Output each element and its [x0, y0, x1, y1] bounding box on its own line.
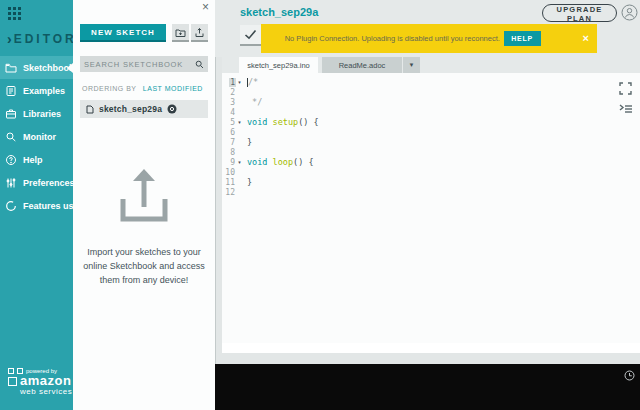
search-box [80, 56, 208, 72]
line-number: 3 [229, 98, 236, 107]
sidebar-item-features-usage[interactable]: Features usage [0, 194, 73, 217]
import-hint: Import your sketches to your online Sket… [73, 163, 215, 287]
ordering-label: ORDERING BY [82, 85, 136, 92]
search-icon[interactable] [195, 60, 204, 69]
help-button[interactable]: HELP [504, 31, 541, 46]
ordering-value[interactable]: LAST MODIFIED [143, 85, 203, 92]
profile-icon[interactable] [621, 4, 638, 21]
search-input[interactable] [80, 60, 195, 69]
sketch-item-name: sketch_sep29a [99, 104, 162, 114]
code-token: /* [248, 77, 258, 87]
folder-icon [5, 62, 17, 74]
line-number: 6 [229, 128, 236, 137]
code-token: () { [298, 117, 318, 127]
line-number: 10 [224, 168, 236, 177]
import-text-line: them from any device! [73, 273, 215, 287]
line-number: 12 [224, 188, 236, 197]
sketch-list-item[interactable]: sketch_sep29a [80, 100, 208, 118]
sketch-options-icon[interactable] [167, 104, 177, 114]
sidebar: › EDITOR Sketchbook Examples Libraries M… [0, 0, 73, 410]
file-icon [86, 105, 94, 114]
sidebar-item-label: Preferences [23, 178, 75, 188]
sidebar-item-monitor[interactable]: Monitor [0, 125, 73, 148]
fold-toggle-icon[interactable]: ▾ [236, 119, 243, 125]
fold-toggle-icon[interactable]: ▾ [236, 159, 243, 165]
panel-resize-handle[interactable] [215, 57, 222, 364]
sidebar-item-preferences[interactable]: Preferences [0, 171, 73, 194]
sidebar-item-label: Monitor [23, 132, 56, 142]
import-text-line: Import your sketches to your [73, 245, 215, 259]
code-token: */ [247, 97, 262, 107]
upload-icon [194, 27, 205, 38]
question-icon [5, 154, 17, 166]
code-editor: 1▾ 2 3 4 5▾ 6 7 8 9▾ 10 11 12 /* */ void… [222, 73, 640, 343]
code-text-area[interactable]: /* */ void setup() { } void loop() { } [247, 77, 610, 197]
verify-button[interactable] [240, 25, 261, 46]
sidebar-item-help[interactable]: Help [0, 148, 73, 171]
editor-scrollbar-track[interactable] [222, 343, 640, 353]
line-number: 1 [229, 78, 236, 87]
aws-brand: amazon [20, 375, 71, 387]
magnifier-icon [5, 131, 17, 143]
import-text-line: online Sketchbook and access [73, 259, 215, 273]
tab-sketch-ino[interactable]: sketch_sep29a.ino [239, 57, 318, 73]
console-divider [222, 353, 640, 364]
code-token: setup [273, 117, 299, 127]
logo-text: EDITOR [14, 32, 77, 46]
new-sketch-button[interactable]: NEW SKETCH [80, 24, 166, 42]
editor-tools [619, 82, 633, 115]
aws-logo: powered by amazon web services [8, 368, 72, 396]
tab-dropdown-icon[interactable]: ▼ [403, 57, 420, 73]
code-token: () { [293, 157, 313, 167]
fullscreen-icon[interactable] [619, 82, 632, 95]
main-area: sketch_sep29a UPGRADE PLAN No Plugin Con… [215, 0, 640, 410]
line-number: 9 [229, 158, 236, 167]
sketch-title: sketch_sep29a [240, 6, 318, 18]
new-folder-button[interactable] [172, 24, 189, 42]
code-token: void [247, 157, 273, 167]
upgrade-plan-button[interactable]: UPGRADE PLAN [542, 4, 617, 22]
aws-cube-icon [8, 377, 17, 386]
line-number: 5 [229, 118, 236, 127]
import-upload-icon [118, 163, 170, 225]
fold-toggle-icon[interactable]: ▾ [236, 79, 243, 85]
sidebar-item-sketchbook[interactable]: Sketchbook [0, 56, 73, 79]
panel-close-icon[interactable]: × [202, 0, 209, 14]
editor-logo: › EDITOR [7, 31, 77, 47]
ordering-row: ORDERING BY LAST MODIFIED [82, 85, 203, 92]
apps-menu-icon[interactable] [8, 7, 23, 22]
sidebar-nav: Sketchbook Examples Libraries Monitor He… [0, 56, 73, 217]
line-number: 8 [229, 148, 236, 157]
line-number: 2 [229, 88, 236, 97]
sidebar-item-label: Libraries [23, 109, 61, 119]
sidebar-item-libraries[interactable]: Libraries [0, 102, 73, 125]
check-icon [244, 29, 257, 40]
sketchbook-panel: × NEW SKETCH ORDERING BY LAST MODIFIED s… [73, 0, 215, 410]
editor-tabs: sketch_sep29a.ino ReadMe.adoc ▼ [215, 57, 640, 73]
arduino-web-editor: › EDITOR Sketchbook Examples Libraries M… [0, 0, 640, 410]
aws-sub: web services [20, 387, 72, 396]
book-icon [5, 85, 17, 97]
usage-ring-icon [5, 200, 17, 212]
editor-gutter: 1▾ 2 3 4 5▾ 6 7 8 9▾ 10 11 12 [222, 77, 243, 197]
logo-chevron-icon: › [7, 31, 12, 47]
code-token: loop [273, 157, 293, 167]
banner-message: No Plugin Connection. Uploading is disab… [261, 34, 504, 43]
sliders-icon [5, 177, 17, 189]
sidebar-item-label: Help [23, 155, 43, 165]
console-list-icon[interactable] [619, 103, 633, 115]
banner-close-icon[interactable]: × [583, 33, 589, 44]
code-token: } [247, 177, 252, 187]
sidebar-item-examples[interactable]: Examples [0, 79, 73, 102]
code-token: } [247, 137, 252, 147]
code-token: void [247, 117, 273, 127]
output-console [215, 364, 640, 410]
sidebar-item-label: Examples [23, 86, 65, 96]
import-sketch-button[interactable] [191, 24, 208, 42]
line-number: 4 [229, 108, 236, 117]
aws-cube-icon [8, 368, 14, 374]
line-number: 11 [224, 178, 236, 187]
tab-readme-adoc[interactable]: ReadMe.adoc [322, 57, 402, 73]
clock-icon[interactable] [624, 370, 635, 381]
briefcase-icon [5, 108, 17, 120]
